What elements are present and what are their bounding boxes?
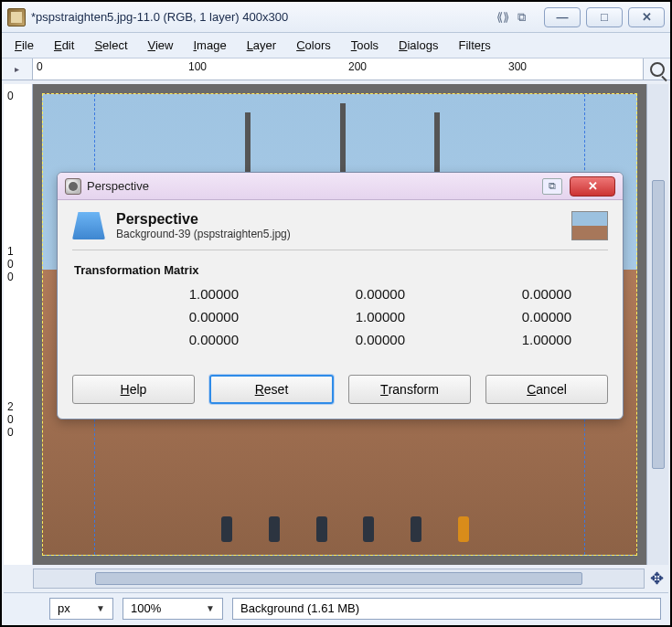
matrix-cell: 1.00000 — [127, 286, 239, 302]
gimp-icon — [65, 178, 81, 195]
window-title: *pspstraighten5.jpg-11.0 (RGB, 1 layer) … — [31, 10, 288, 24]
navigation-icon[interactable] — [643, 58, 670, 80]
menu-tools[interactable]: Tools — [351, 38, 379, 52]
dropdown-arrow-icon: ▼ — [206, 603, 215, 613]
vruler-0: 0 — [7, 90, 14, 102]
matrix-cell: 0.00000 — [293, 332, 405, 347]
transformation-matrix: 1.00000 0.00000 0.00000 0.00000 1.00000 … — [72, 286, 608, 356]
ruler-row: ▸ 0 100 200 300 — [2, 58, 670, 80]
horizontal-scrollbar[interactable] — [33, 569, 645, 589]
image-content — [363, 516, 374, 542]
menubar: FFileile Edit Select View Image Layer Co… — [2, 33, 670, 58]
matrix-cell: 1.00000 — [293, 309, 405, 324]
menu-file[interactable]: FFileile — [15, 38, 34, 52]
image-content — [316, 516, 327, 542]
menu-layer[interactable]: Layer — [247, 38, 277, 52]
hruler-200: 200 — [348, 60, 367, 73]
menu-view[interactable]: View — [148, 38, 174, 52]
dialog-heading: Perspective — [116, 211, 560, 228]
image-content — [340, 103, 346, 176]
dialog-subtitle: Background-39 (pspstraighten5.jpg) — [116, 228, 560, 240]
hruler-300: 300 — [508, 60, 527, 73]
chevrons-icon: ⟪⟫ — [495, 11, 511, 24]
image-content — [269, 516, 280, 542]
reset-button[interactable]: Reset — [209, 375, 334, 404]
matrix-cell: 0.00000 — [127, 309, 239, 324]
unit-value: px — [58, 601, 70, 615]
app-icon — [7, 8, 26, 27]
dialog-header: Perspective Background-39 (pspstraighten… — [72, 211, 608, 250]
layer-thumbnail — [571, 211, 608, 240]
vruler-100: 1 0 0 — [7, 245, 14, 283]
image-content — [221, 516, 232, 542]
vscroll-thumb[interactable] — [652, 180, 665, 469]
image-content — [245, 112, 251, 176]
statusbar: px ▼ 100% ▼ Background (1.61 MB) — [4, 592, 668, 623]
matrix-cell: 0.00000 — [460, 286, 571, 302]
hruler-0: 0 — [37, 60, 43, 73]
main-window: *pspstraighten5.jpg-11.0 (RGB, 1 layer) … — [0, 0, 672, 627]
matrix-section-label: Transformation Matrix — [74, 263, 608, 277]
zoom-value: 100% — [131, 601, 161, 615]
magnify-icon — [650, 62, 665, 77]
titlebar[interactable]: *pspstraighten5.jpg-11.0 (RGB, 1 layer) … — [2, 2, 670, 33]
vertical-ruler[interactable]: 0 1 0 0 2 0 0 — [4, 84, 33, 565]
dialog-button-row: Help Reset Transform Cancel — [72, 375, 608, 404]
cancel-button[interactable]: Cancel — [485, 375, 608, 404]
dialog-title: Perspective — [87, 179, 149, 193]
perspective-icon — [72, 212, 105, 239]
maximize-button[interactable]: □ — [586, 7, 623, 27]
menu-select[interactable]: Select — [94, 38, 127, 52]
minimize-button[interactable]: — — [544, 7, 581, 27]
menu-edit[interactable]: Edit — [54, 38, 74, 52]
matrix-cell: 0.00000 — [460, 309, 571, 324]
vertical-scrollbar[interactable] — [646, 84, 668, 565]
perspective-dialog: Perspective ⧉ ✕ Perspective Background-3… — [57, 172, 624, 420]
image-content — [458, 516, 469, 542]
pan-icon[interactable]: ✥ — [646, 569, 667, 589]
transform-button[interactable]: Transform — [348, 375, 471, 404]
dropdown-arrow-icon: ▼ — [96, 603, 105, 613]
close-button[interactable]: ✕ — [628, 7, 665, 27]
zoom-selector[interactable]: 100% ▼ — [123, 598, 223, 620]
horizontal-ruler[interactable]: 0 100 200 300 — [33, 58, 643, 80]
menu-filters[interactable]: Filters — [458, 38, 490, 52]
image-content — [411, 516, 421, 542]
hscroll-thumb[interactable] — [95, 572, 583, 585]
menu-colors[interactable]: Colors — [296, 38, 331, 52]
matrix-cell: 1.00000 — [460, 332, 571, 347]
dialog-titlebar[interactable]: Perspective ⧉ ✕ — [58, 173, 623, 200]
matrix-cell: 0.00000 — [293, 286, 405, 302]
vruler-200: 2 0 0 — [7, 400, 14, 439]
status-layer-info: Background (1.61 MB) — [232, 598, 661, 620]
menu-dialogs[interactable]: Dialogs — [399, 38, 438, 52]
dialog-close-button[interactable]: ✕ — [570, 176, 615, 197]
dialog-detach-button[interactable]: ⧉ — [542, 178, 562, 195]
restore-icon: ⧉ — [513, 11, 529, 24]
ruler-corner-menu[interactable]: ▸ — [2, 58, 33, 80]
menu-image[interactable]: Image — [193, 38, 226, 52]
status-layer-text: Background (1.61 MB) — [240, 601, 359, 615]
titlebar-extra-icons: ⟪⟫ ⧉ — [495, 11, 529, 24]
matrix-cell: 0.00000 — [127, 332, 239, 347]
image-content — [434, 112, 440, 176]
unit-selector[interactable]: px ▼ — [49, 598, 113, 620]
hruler-100: 100 — [188, 60, 207, 73]
help-button[interactable]: Help — [72, 375, 195, 404]
